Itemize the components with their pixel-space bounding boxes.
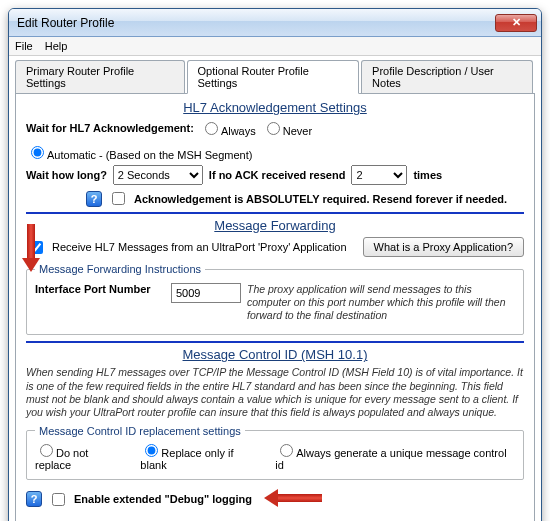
fwd-fieldset: Message Forwarding Instructions Interfac… — [26, 263, 524, 335]
msh-opt-ifblank[interactable]: Replace only if blank — [140, 441, 261, 471]
menubar: File Help — [9, 37, 541, 56]
fwd-legend: Message Forwarding Instructions — [35, 263, 205, 275]
tab-description[interactable]: Profile Description / User Notes — [361, 60, 533, 94]
titlebar[interactable]: Edit Router Profile ✕ — [9, 9, 541, 37]
tab-body: HL7 Acknowledgement Settings Wait for HL… — [15, 93, 535, 521]
ack-opt-always[interactable]: Always — [200, 119, 256, 137]
fwd-heading: Message Forwarding — [26, 218, 524, 233]
window-frame: Edit Router Profile ✕ File Help Primary … — [8, 8, 542, 521]
menu-file[interactable]: File — [15, 40, 33, 52]
ack-heading: HL7 Acknowledgement Settings — [26, 100, 524, 115]
menu-help[interactable]: Help — [45, 40, 68, 52]
port-label: Interface Port Number — [35, 283, 165, 295]
debug-label: Enable extended "Debug" logging — [74, 493, 252, 505]
msh-paragraph: When sending HL7 messages over TCP/IP th… — [26, 366, 524, 419]
annotation-arrow-left — [264, 490, 324, 508]
help-icon[interactable]: ? — [86, 191, 102, 207]
receive-proxy-checkbox[interactable] — [26, 238, 46, 257]
noack-label: If no ACK received resend — [209, 169, 346, 181]
port-input[interactable] — [171, 283, 241, 303]
receive-proxy-label: Receive HL7 Messages from an UltraPort '… — [52, 241, 347, 253]
ack-opt-auto[interactable]: Automatic - (Based on the MSH Segment) — [26, 143, 252, 161]
msh-legend: Message Control ID replacement settings — [35, 425, 245, 437]
wait-howlong-label: Wait how long? — [26, 169, 107, 181]
ack-absolute-label: Acknowledgement is ABSOLUTELY required. … — [134, 193, 507, 205]
msh-fieldset: Message Control ID replacement settings … — [26, 425, 524, 480]
ack-absolute-checkbox[interactable] — [108, 189, 128, 208]
proxy-info-button[interactable]: What is a Proxy Application? — [363, 237, 524, 257]
msh-opt-noreplace[interactable]: Do not replace — [35, 441, 126, 471]
times-label: times — [413, 169, 442, 181]
help-icon[interactable]: ? — [26, 491, 42, 507]
tab-optional[interactable]: Optional Router Profile Settings — [187, 60, 360, 94]
wait-ack-label: Wait for HL7 Acknowledgement: — [26, 122, 194, 134]
divider — [26, 341, 524, 343]
close-button[interactable]: ✕ — [495, 14, 537, 32]
window-title: Edit Router Profile — [17, 16, 495, 30]
close-icon: ✕ — [512, 16, 521, 29]
msh-opt-always[interactable]: Always generate a unique message control… — [275, 441, 515, 471]
msh-heading: Message Control ID (MSH 10.1) — [26, 347, 524, 362]
fwd-hint: The proxy application will send messages… — [247, 283, 515, 322]
divider — [26, 212, 524, 214]
debug-checkbox[interactable] — [48, 490, 68, 509]
wait-howlong-select[interactable]: 2 Seconds — [113, 165, 203, 185]
resend-count-select[interactable]: 2 — [351, 165, 407, 185]
tab-strip: Primary Router Profile Settings Optional… — [15, 60, 535, 94]
ack-opt-never[interactable]: Never — [262, 119, 312, 137]
tab-primary[interactable]: Primary Router Profile Settings — [15, 60, 185, 94]
